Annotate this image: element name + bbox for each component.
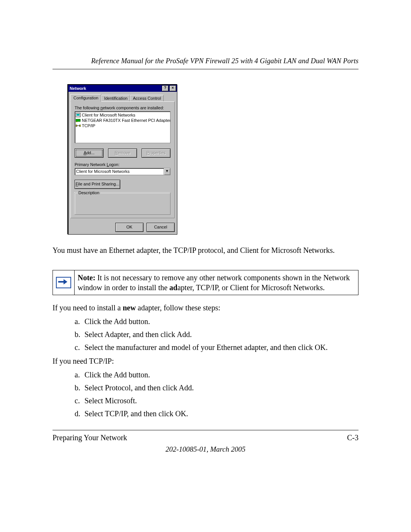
tab-panel-configuration: The following network components are ins… <box>70 101 175 218</box>
close-icon[interactable]: × <box>169 85 176 91</box>
tab-configuration[interactable]: Configuration <box>70 94 101 102</box>
step-text: Select TCP/IP, and then click OK. <box>84 408 188 419</box>
add-hotkey: A <box>84 150 86 155</box>
list-item[interactable]: Client for Microsoft Networks <box>76 112 169 118</box>
note-text: Note: It is not necessary to remove any … <box>75 270 358 295</box>
footer-doc-id: 202-10085-01, March 2005 <box>53 445 358 454</box>
tab-identification[interactable]: Identification <box>101 95 130 101</box>
list-item: b.Select Protocol, and then click Add. <box>75 382 358 393</box>
adapter-intro-2: adapter, follow these steps: <box>136 304 220 312</box>
list-item[interactable]: TCP/IP <box>76 123 169 128</box>
components-label-pre: The following <box>75 105 100 110</box>
logon-label-pre: Primary Network <box>75 162 107 167</box>
list-item-label: NETGEAR FA310TX Fast Ethernet PCI Adapte… <box>82 118 170 123</box>
list-item: c.Select Microsoft. <box>75 395 358 406</box>
intro-paragraph: You must have an Ethernet adapter, the T… <box>53 245 358 256</box>
svg-rect-3 <box>76 121 77 122</box>
step-text: Select Adapter, and then click Add. <box>84 329 192 340</box>
step-text: Select Protocol, and then click Add. <box>84 382 194 393</box>
step-text: Select Microsoft. <box>84 395 137 406</box>
components-listbox[interactable]: Client for Microsoft Networks NETGEAR FA… <box>75 111 170 143</box>
header-rule <box>53 69 358 69</box>
description-label: Description <box>77 190 100 195</box>
list-marker: c. <box>75 395 84 406</box>
adapter-intro-1: If you need to install a <box>53 304 123 312</box>
logon-label-post: ogon: <box>109 162 119 167</box>
svg-rect-1 <box>76 114 80 116</box>
note-label: Note: <box>78 273 96 282</box>
logon-label: Primary Network Logon: <box>75 162 170 167</box>
step-text: Select the manufacturer and model of you… <box>84 342 328 353</box>
tcpip-intro: If you need TCP/IP: <box>53 355 358 367</box>
remove-button: Remove <box>108 149 137 158</box>
footer-row: Preparing Your Network C-3 <box>53 433 358 442</box>
tab-access-control[interactable]: Access Control <box>130 95 164 101</box>
file-print-sharing-button[interactable]: File and Print Sharing... <box>75 180 120 189</box>
list-marker: a. <box>75 316 84 327</box>
steps-section: If you need to install a new adapter, fo… <box>53 302 358 419</box>
adapter-steps-list: a.Click the Add button. b.Select Adapter… <box>53 316 358 353</box>
svg-marker-7 <box>58 279 67 284</box>
properties-button: Properties <box>142 149 170 158</box>
list-item: a.Click the Add button. <box>75 369 358 380</box>
step-text: Click the Add button. <box>84 369 150 380</box>
svg-rect-5 <box>76 125 77 126</box>
ok-button[interactable]: OK <box>115 223 143 232</box>
list-item: b.Select Adapter, and then click Add. <box>75 329 358 340</box>
fps-label: ile and Print Sharing... <box>78 182 119 186</box>
list-item-label: Client for Microsoft Networks <box>82 113 135 117</box>
adapter-intro: If you need to install a new adapter, fo… <box>53 302 358 313</box>
components-buttons: Add... Remove Properties <box>75 149 170 158</box>
svg-rect-2 <box>76 119 80 121</box>
note-bold: ad <box>169 283 177 292</box>
list-item[interactable]: NETGEAR FA310TX Fast Ethernet PCI Adapte… <box>76 118 169 123</box>
cancel-button[interactable]: Cancel <box>147 223 175 232</box>
list-marker: b. <box>75 382 84 393</box>
footer-rule <box>53 430 358 430</box>
dialog-title: Network <box>70 86 161 91</box>
remove-label: emove <box>118 150 130 155</box>
primary-logon-value: Client for Microsoft Networks <box>75 168 164 175</box>
chevron-down-icon[interactable]: ▼ <box>164 168 170 175</box>
primary-logon-select[interactable]: Client for Microsoft Networks ▼ <box>75 168 170 175</box>
dialog-tabs: Configuration Identification Access Cont… <box>68 92 177 101</box>
svg-rect-6 <box>80 125 81 126</box>
arrow-right-icon <box>56 277 71 288</box>
properties-label: roperties <box>149 150 166 155</box>
note-box: Note: It is not necessary to remove any … <box>53 270 358 295</box>
adapter-intro-bold: new <box>123 304 135 312</box>
dialog-footer-buttons: OK Cancel <box>68 220 177 234</box>
list-item: a.Click the Add button. <box>75 316 358 327</box>
help-icon[interactable]: ? <box>162 85 169 91</box>
note-part2: apter, TCP/IP, or Client for Microsoft N… <box>177 283 325 292</box>
footer-page-number: C-3 <box>347 433 358 442</box>
add-label: dd... <box>86 150 94 155</box>
list-marker: c. <box>75 342 84 353</box>
components-label: The following network components are ins… <box>75 105 170 110</box>
step-text: Click the Add button. <box>84 316 150 327</box>
description-groupbox: Description <box>75 193 170 215</box>
tcpip-steps-list: a.Click the Add button. b.Select Protoco… <box>53 369 358 419</box>
list-marker: b. <box>75 329 84 340</box>
client-icon <box>76 113 81 117</box>
dialog-titlebar: Network ? × <box>68 85 177 92</box>
note-icon-cell <box>53 270 75 295</box>
list-item: d.Select TCP/IP, and then click OK. <box>75 408 358 419</box>
page-header-title: Reference Manual for the ProSafe VPN Fir… <box>53 57 358 65</box>
components-label-post: etwork components are installed: <box>103 105 164 110</box>
list-marker: d. <box>75 408 84 419</box>
list-marker: a. <box>75 369 84 380</box>
network-dialog: Network ? × Configuration Identification… <box>68 85 177 235</box>
list-item-label: TCP/IP <box>82 123 95 128</box>
list-item: c.Select the manufacturer and model of y… <box>75 342 358 353</box>
footer-section: Preparing Your Network <box>53 433 127 442</box>
add-button[interactable]: Add... <box>75 149 104 158</box>
protocol-icon <box>76 123 81 128</box>
adapter-icon <box>76 118 81 123</box>
